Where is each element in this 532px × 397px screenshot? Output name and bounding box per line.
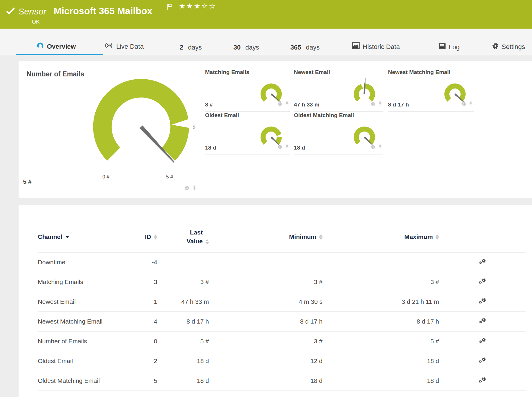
maximum-cell [323,252,439,272]
table-row: Matching Emails 3 3 # 3 # 3 # [38,272,526,292]
channel-gear-icon[interactable] [277,145,282,151]
tab-settings-label: Settings [502,43,525,51]
channel-name-cell[interactable]: Downtime [38,252,138,272]
last-value-cell: 18 d [157,371,209,391]
historic-chart-icon [352,42,360,51]
table-row: Oldest Email 2 18 d 12 d 18 d [38,351,526,371]
status-badge: OK [32,19,40,25]
last-value-cell: 8 d 17 h [157,312,209,332]
gauge-block-newest-email: Newest Email 47 h 33 m [294,68,383,112]
tab-live-data[interactable]: Live Data [104,42,144,51]
tab-live-data-label: Live Data [116,43,144,50]
tab-2-days-number: 2 [180,44,183,51]
channel-gear-icon[interactable] [371,101,376,108]
column-header-last-value[interactable]: Last Value [157,222,209,252]
channel-settings-gears-icon[interactable] [479,317,487,326]
maximum-cell: 3 d 21 h 11 m [323,292,439,312]
channel-id-cell: 3 [138,272,157,292]
minimum-cell: 8 d 17 h [209,312,323,332]
gauge-value: 3 # [205,101,213,108]
stars-empty: ☆☆ [201,2,216,10]
tab-log[interactable]: Log [439,43,460,51]
tab-2-days[interactable]: 2 days [180,44,202,51]
minimum-cell [209,252,323,272]
tab-historic-data[interactable]: Historic Data [352,42,400,51]
channel-id-cell: 4 [138,312,157,332]
sort-icon [154,234,157,239]
channel-settings-gears-icon[interactable] [479,278,487,286]
channel-gear-icon[interactable] [184,186,190,192]
column-header-id[interactable]: ID [138,222,157,252]
channel-gear-icon[interactable] [461,101,466,108]
channel-settings-gears-icon[interactable] [479,357,487,365]
channel-gear-icon[interactable] [371,145,376,151]
pin-icon[interactable] [378,101,382,108]
tab-overview-label: Overview [47,43,76,50]
pin-icon[interactable] [469,101,473,108]
pin-icon[interactable] [378,145,382,151]
gauge-block-oldest-email: Oldest Email 18 d [205,111,290,155]
maximum-cell: 18 d [323,351,439,371]
sensor-title: Microsoft 365 Mailbox [54,6,152,17]
pin-icon[interactable] [285,101,289,108]
sort-icon [205,239,209,244]
tab-30-days-number: 30 [233,44,240,51]
maximum-cell: 18 d [323,371,439,391]
table-header-row: Channel ID Last Value Minimum Maximum [38,222,526,252]
channel-id-cell: 2 [138,351,157,371]
gauge-value: 8 d 17 h [388,101,409,108]
last-value-cell: 18 d [157,351,209,371]
main-gauge: x̄ [88,76,215,183]
divider [22,196,200,196]
column-header-actions [439,222,526,252]
channel-settings-gears-icon[interactable] [479,258,487,266]
channel-gear-icon[interactable] [277,101,282,108]
column-header-minimum[interactable]: Minimum [209,222,323,252]
channel-name-cell[interactable]: Number of Emails [38,332,138,351]
tab-365-days[interactable]: 365 days [290,44,320,51]
channel-name-cell[interactable]: Newest Email [38,292,138,312]
flag-icon[interactable] [167,4,172,11]
table-row: Downtime -4 [38,252,526,272]
channel-id-cell: 0 [138,332,157,351]
main-gauge-min-label: 0 # [102,174,120,180]
channel-settings-gears-icon[interactable] [479,337,487,345]
column-header-maximum[interactable]: Maximum [323,222,439,252]
tab-settings[interactable]: Settings [492,42,525,51]
last-value-cell [157,252,209,272]
rating-stars[interactable]: ★★★☆☆ [179,2,216,10]
minimum-cell: 3 # [209,332,323,351]
channel-id-cell: 1 [138,292,157,312]
maximum-cell: 8 d 17 h [323,312,439,332]
gauge-block-oldest-matching-email: Oldest Matching Email 18 d [294,111,383,155]
sort-icon [436,234,439,239]
tab-30-days[interactable]: 30 days [233,44,259,51]
live-data-icon [104,42,114,51]
average-marker-label: x̄ [193,124,196,130]
column-header-channel[interactable]: Channel [38,222,138,252]
last-value-cell: 47 h 33 m [157,292,209,312]
channel-name-cell[interactable]: Oldest Matching Email [38,371,138,391]
table-body: Downtime -4 Matching Emails [38,252,526,391]
last-value-cell: 5 # [157,332,209,351]
channel-name-cell[interactable]: Newest Matching Email [38,312,138,332]
tab-365-days-unit: days [306,44,320,51]
main-gauge-max-label: 5 # [166,174,184,180]
gauge-title: Newest Matching Email [388,69,450,76]
pin-icon[interactable] [192,186,197,192]
channel-name-cell[interactable]: Oldest Email [38,351,138,371]
sort-descending-icon [65,236,69,238]
table-row: Newest Matching Email 4 8 d 17 h 8 d 17 … [38,312,526,332]
gauge-block-newest-matching-email: Newest Matching Email 8 d 17 h [388,68,474,112]
pin-icon[interactable] [285,145,289,151]
channel-id-cell: 5 [138,371,157,391]
channel-settings-gears-icon[interactable] [479,377,487,385]
channel-settings-gears-icon[interactable] [479,298,487,306]
channel-name-cell[interactable]: Matching Emails [38,272,138,292]
settings-gear-icon [492,42,499,51]
tab-overview[interactable]: Overview [36,42,76,51]
tab-historic-data-label: Historic Data [363,43,400,51]
ok-check-icon [6,7,15,16]
channels-table-card: Channel ID Last Value Minimum Maximum [19,205,532,397]
table-row: Newest Email 1 47 h 33 m 4 m 30 s 3 d 21… [38,292,526,312]
